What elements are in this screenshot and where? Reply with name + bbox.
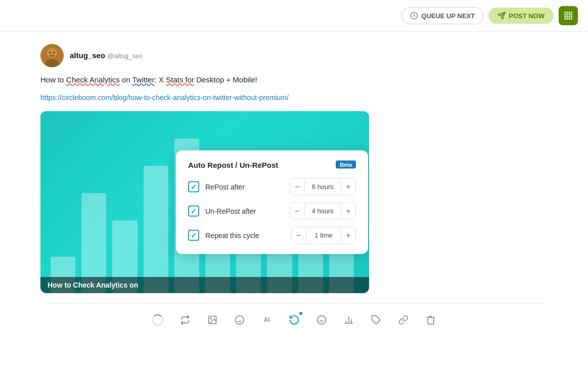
svg-point-8 — [47, 48, 57, 58]
link-icon — [398, 315, 409, 325]
extra-action-button[interactable] — [559, 6, 578, 25]
modal-header: Auto Repost / Un-RePost Beta — [188, 160, 356, 169]
repost-icon — [180, 315, 190, 325]
author-handle: @altug_seo — [107, 52, 143, 60]
svg-point-10 — [50, 52, 51, 54]
svg-rect-4 — [569, 12, 572, 15]
tag-icon — [371, 315, 381, 325]
emoji-toolbar-button[interactable] — [231, 311, 249, 329]
repost-stepper: − 6 hours + — [290, 178, 356, 195]
face-toolbar-button[interactable] — [312, 311, 331, 329]
queue-btn-label: QUEUE UP NEXT — [421, 12, 475, 20]
delete-icon — [426, 315, 436, 325]
unrepost-row: ✓ Un-RePost after − 4 hours + — [188, 202, 356, 219]
repeat-row: ✓ Repeat this cycle − 1 time + — [188, 226, 356, 244]
image-icon — [207, 315, 217, 325]
unrepost-increase-button[interactable]: + — [341, 203, 355, 219]
post-now-label: POST NOW — [509, 12, 545, 20]
repeat-checkbox[interactable]: ✓ — [188, 229, 199, 241]
unrepost-label: Un-RePost after — [205, 207, 284, 215]
active-dot — [299, 312, 302, 315]
tag-toolbar-button[interactable] — [367, 311, 385, 329]
post-link[interactable]: https://circleboom.com/blog/how-to-check… — [40, 92, 548, 103]
unrepost-value: 4 hours — [304, 204, 341, 218]
svg-rect-3 — [565, 12, 567, 15]
repost-row: ✓ RePost after − 6 hours + — [188, 178, 356, 195]
bottom-toolbar: AI — [40, 303, 548, 336]
avatar — [40, 44, 64, 67]
queue-up-next-button[interactable]: QUEUE UP NEXT — [401, 7, 483, 24]
svg-point-14 — [235, 316, 244, 324]
author-name: altug_seo — [70, 51, 105, 60]
svg-point-17 — [317, 316, 326, 324]
send-icon — [497, 12, 506, 20]
auto-repost-modal: Auto Repost / Un-RePost Beta ✓ RePost af… — [176, 150, 368, 254]
check-icon: ✓ — [191, 182, 197, 191]
delete-toolbar-button[interactable] — [422, 311, 440, 329]
modal-title: Auto Repost / Un-RePost — [188, 160, 278, 169]
post-now-button[interactable]: POST NOW — [488, 8, 554, 24]
unrepost-stepper: − 4 hours + — [290, 202, 356, 219]
cycle-toolbar-button[interactable] — [285, 311, 303, 329]
svg-point-11 — [54, 52, 55, 54]
repost-checkbox[interactable]: ✓ — [188, 181, 199, 192]
ai-toolbar-button[interactable]: AI — [258, 311, 276, 329]
emoji-icon — [235, 315, 245, 325]
loading-spinner — [149, 311, 167, 329]
repost-label: RePost after — [205, 182, 284, 191]
svg-rect-6 — [569, 17, 572, 19]
unrepost-decrease-button[interactable]: − — [290, 203, 304, 219]
repeat-increase-button[interactable]: + — [341, 227, 355, 243]
post-header: altug_seo @altug_seo — [40, 44, 548, 67]
repeat-label: Repeat this cycle — [205, 231, 285, 239]
cycle-icon — [289, 314, 300, 325]
repost-increase-button[interactable]: + — [341, 178, 355, 195]
grid-icon — [564, 11, 573, 20]
beta-badge: Beta — [336, 161, 356, 169]
author-info: altug_seo @altug_seo — [70, 51, 143, 60]
svg-rect-5 — [565, 17, 567, 19]
repeat-stepper: − 1 time + — [291, 226, 356, 244]
repeat-value: 1 time — [306, 228, 341, 242]
link-toolbar-button[interactable] — [394, 311, 413, 329]
chart-icon — [344, 315, 354, 325]
top-bar: QUEUE UP NEXT POST NOW — [0, 0, 588, 32]
post-image: How to Check Analytics on Auto Repost / … — [40, 111, 369, 293]
repeat-decrease-button[interactable]: − — [292, 227, 306, 243]
chart-bar — [144, 166, 168, 293]
check-icon-2: ✓ — [191, 207, 197, 215]
svg-point-13 — [210, 318, 211, 319]
queue-icon — [410, 12, 418, 20]
unrepost-checkbox[interactable]: ✓ — [188, 205, 199, 216]
image-overlay-text: How to Check Analytics on — [40, 277, 369, 293]
repost-value: 6 hours — [304, 180, 341, 194]
post-text: How to Check Analytics on Twitter: X Sta… — [40, 74, 548, 86]
image-toolbar-button[interactable] — [203, 311, 221, 329]
chart-toolbar-button[interactable] — [340, 311, 358, 329]
face-icon — [316, 315, 327, 325]
check-icon-3: ✓ — [191, 231, 197, 239]
repost-decrease-button[interactable]: − — [290, 178, 304, 195]
main-content: altug_seo @altug_seo How to Check Analyt… — [0, 32, 588, 348]
avatar-illustration — [40, 44, 64, 67]
ai-label: AI — [264, 316, 270, 323]
repost-toolbar-button[interactable] — [176, 311, 194, 329]
